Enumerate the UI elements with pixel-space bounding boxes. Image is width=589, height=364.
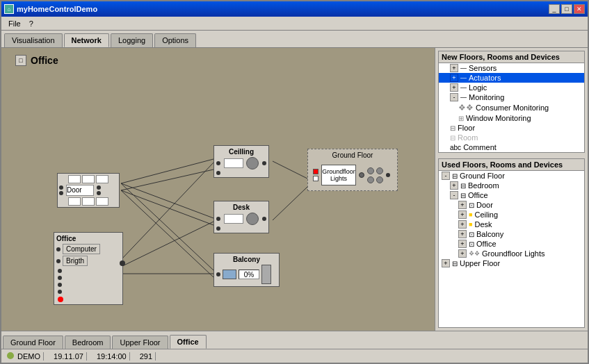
- gf-dot3: [367, 176, 374, 183]
- tab-options[interactable]: Options: [154, 33, 196, 47]
- monitoring-dash: —: [460, 94, 467, 101]
- gf-red-btn[interactable]: [313, 169, 318, 174]
- uf-expand[interactable]: +: [442, 259, 450, 267]
- menu-file[interactable]: File: [4, 18, 25, 29]
- door-main-btn[interactable]: Door: [66, 185, 94, 196]
- tree-sensors[interactable]: + — Sensors: [439, 63, 584, 73]
- main-canvas: □ Office: [1, 48, 435, 331]
- bright-button[interactable]: Brigth: [63, 256, 88, 266]
- door-btn2[interactable]: [82, 175, 95, 183]
- bottom-tab-ground-floor[interactable]: Ground Floor: [3, 336, 63, 349]
- tree-used-door[interactable]: + ⊡ Door: [439, 200, 584, 210]
- desk-light-indicator: [246, 213, 259, 225]
- gf-dot2: [376, 167, 383, 174]
- balcony-node: Balcony 0%: [213, 253, 280, 287]
- tree-used-balcony[interactable]: + ⊡ Balcony: [439, 229, 584, 239]
- door-btn5[interactable]: [82, 197, 95, 206]
- svg-line-10: [273, 187, 307, 220]
- groundfloor-title: Ground Floor: [310, 151, 395, 159]
- door-used-label: Door: [476, 201, 493, 209]
- status-time: 19:14:00: [94, 352, 130, 361]
- groundfloor-inner: Groundfloor Lights: [310, 162, 395, 188]
- computer-button[interactable]: Computer: [63, 244, 100, 254]
- tree-logic[interactable]: + — Logic: [439, 83, 584, 92]
- menu-help[interactable]: ?: [25, 18, 38, 29]
- gfl-expand[interactable]: +: [458, 249, 467, 258]
- bottom-tab-office[interactable]: Office: [170, 335, 207, 349]
- actuators-label: Actuators: [469, 74, 501, 82]
- floor-icon: ⊟: [450, 124, 455, 132]
- office2-expand[interactable]: +: [458, 240, 467, 248]
- svg-line-3: [121, 190, 213, 225]
- office2-icon: ⊡: [469, 240, 474, 248]
- tree-comment[interactable]: abc Comment: [439, 142, 584, 152]
- tab-visualisation[interactable]: Visualisation: [4, 33, 63, 47]
- tree-actuators[interactable]: + — Actuators: [439, 73, 584, 83]
- close-button[interactable]: ✕: [574, 4, 585, 14]
- tree-used-bedroom[interactable]: + ⊟ Bedroom: [439, 181, 584, 190]
- desk-switch[interactable]: [224, 214, 243, 224]
- tree-used-ceiling[interactable]: + ■ Ceiling: [439, 210, 584, 220]
- door-expand[interactable]: +: [458, 201, 467, 209]
- window-icon: ⊞: [458, 115, 464, 122]
- logic-expand[interactable]: +: [450, 83, 458, 92]
- sensors-expand[interactable]: +: [450, 64, 458, 72]
- tree-window-monitoring[interactable]: ⊞ Window Monitoring: [439, 113, 584, 123]
- tree-used-office[interactable]: - ⊟ Office: [439, 190, 584, 200]
- status-bar: DEMO 19.11.07 19:14:00 291: [1, 349, 588, 363]
- tree-upper-floor[interactable]: + ⊟ Upper Floor: [439, 258, 584, 268]
- comment-icon: abc: [450, 144, 461, 151]
- tree-used-desk[interactable]: + ■ Desk: [439, 220, 584, 229]
- bottom-tab-upper-floor[interactable]: Upper Floor: [112, 336, 168, 349]
- ceiling-node: Ceilling: [213, 145, 269, 178]
- actuators-expand[interactable]: +: [450, 74, 458, 82]
- door-btn3[interactable]: [96, 175, 108, 183]
- bottom-tab-bedroom[interactable]: Bedroom: [65, 336, 111, 349]
- maximize-button[interactable]: □: [561, 4, 572, 14]
- tree-consumer-monitoring[interactable]: ❖❖ Consumer Monitoring: [439, 102, 584, 113]
- monitoring-expand[interactable]: -: [450, 93, 458, 101]
- tree-groundfloor-lights[interactable]: + ❖❖ Groundfloor Lights: [439, 249, 584, 258]
- tree-used-office2[interactable]: + ⊡ Office: [439, 239, 584, 249]
- actuators-dash: —: [460, 74, 467, 81]
- status-demo-text: DEMO: [17, 352, 40, 361]
- svg-line-5: [121, 190, 213, 277]
- gf-label: Groundfloor Lights: [321, 165, 356, 185]
- gfl-label: Groundfloor Lights: [482, 249, 545, 258]
- status-dot: [7, 352, 14, 359]
- office-expand[interactable]: -: [450, 191, 458, 199]
- tab-logging[interactable]: Logging: [111, 33, 153, 47]
- tree-monitoring[interactable]: - — Monitoring: [439, 92, 584, 102]
- bedroom-label: Bedroom: [468, 181, 499, 190]
- door-btn4[interactable]: [68, 197, 81, 206]
- gf-expand[interactable]: -: [442, 172, 450, 180]
- desk-expand[interactable]: +: [458, 220, 467, 229]
- door-btn1[interactable]: [68, 175, 81, 183]
- door-btn6[interactable]: [96, 197, 108, 206]
- room-icon: ⊟: [450, 134, 455, 142]
- tree-room[interactable]: ⊟ Room: [439, 133, 584, 142]
- balcony-expand[interactable]: +: [458, 230, 467, 238]
- new-devices-section: New Floors, Rooms and Devices + — Sensor…: [438, 51, 585, 153]
- logic-label: Logic: [469, 83, 487, 92]
- tree-floor[interactable]: ⊟ Floor: [439, 123, 584, 133]
- uf-label: Upper Floor: [460, 259, 500, 267]
- gfl-icon: ❖❖: [469, 250, 480, 257]
- used-devices-tree: - ⊟ Ground Floor + ⊟ Bedroom - ⊟ Office: [439, 171, 584, 268]
- minimize-button[interactable]: _: [549, 4, 560, 14]
- sensors-label: Sensors: [469, 64, 497, 72]
- status-value: 291: [137, 352, 156, 361]
- tree-ground-floor[interactable]: - ⊟ Ground Floor: [439, 171, 584, 181]
- app-icon: ⌂: [4, 4, 14, 14]
- gf-used-label: Ground Floor: [460, 172, 505, 180]
- office-icon: □: [15, 55, 26, 66]
- ceiling-expand[interactable]: +: [458, 210, 467, 219]
- bedroom-icon: ⊟: [460, 182, 466, 190]
- tab-network[interactable]: Network: [64, 33, 109, 47]
- balcony-title: Balcony: [216, 256, 277, 263]
- balcony-scrollbar[interactable]: [261, 265, 271, 284]
- bedroom-expand[interactable]: +: [450, 181, 458, 190]
- ceiling-switch[interactable]: [224, 158, 243, 168]
- svg-line-6: [121, 163, 213, 260]
- balcony-slider[interactable]: [223, 270, 236, 279]
